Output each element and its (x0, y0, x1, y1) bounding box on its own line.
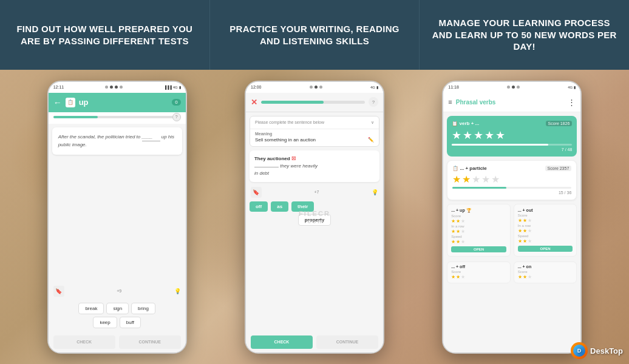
phone1-bottom-buttons: CHECK CONTINUE (49, 332, 186, 352)
phone1-progress-fill (53, 116, 98, 118)
phone2-status-icons: 4G ▮ (370, 85, 378, 89)
chip-their[interactable]: their (291, 201, 314, 212)
mini-stars-on: ★ ★ ★ (518, 274, 573, 280)
battery-icon3: ▮ (574, 85, 576, 89)
card-verb-fill (452, 144, 548, 146)
card-particle-title: 📋 ... + particle (452, 166, 486, 171)
more-options-icon[interactable]: ⋮ (568, 98, 576, 107)
card-particle-header: 📋 ... + particle Score 2357 (452, 166, 571, 171)
continue-button-1[interactable]: CONTINUE (119, 335, 181, 349)
word-chip-sign[interactable]: sign (106, 303, 129, 314)
phone1-action-row: 🔖 +9 💡 (49, 283, 186, 299)
continue-button-2[interactable]: CONTINUE (316, 335, 378, 349)
ms3: ★ (461, 218, 465, 224)
star4: ★ (484, 129, 494, 142)
calendar-icon: 📋 (66, 98, 75, 107)
phone2-dropdown-body: Meaning Sell something in an auction ✏️ (250, 129, 379, 146)
osp2: ★ (523, 238, 527, 244)
header-banner: FIND OUT HOW WELL PREPARED YOU ARE BY PA… (0, 0, 629, 70)
pstar5: ★ (491, 174, 500, 185)
phone2-progress-track (261, 101, 365, 104)
phone2-dropdown-card: Please complete the sentence below ∨ Mea… (250, 116, 379, 147)
phone1-status-icons: ▐▐▐ 4G ▮ (164, 85, 181, 89)
help-button-2[interactable]: ? (369, 97, 378, 107)
bulb-icon[interactable]: 💡 (174, 288, 181, 294)
mini-card-up: ... + up 🏆 Score ★ ★ ★ In a row ★ ★ ★ (447, 204, 511, 257)
phone-1: 12:11 ▐▐▐ 4G ▮ ← 📋 up 0 (47, 81, 187, 354)
pstar1: ★ (452, 174, 461, 185)
bulb-icon-2[interactable]: 💡 (372, 189, 378, 195)
dot3 (319, 86, 322, 89)
mr1: ★ (451, 229, 455, 234)
phone3-nav-dots (507, 86, 520, 89)
blank-line-2 (254, 167, 279, 167)
on1: ★ (518, 274, 522, 280)
inrow-label-up: In a row (451, 224, 506, 228)
meaning-value: Sell something in an auction ✏️ (255, 136, 374, 144)
dot1 (105, 86, 108, 89)
hamburger-icon[interactable]: ≡ (448, 98, 452, 106)
chip-property[interactable]: property (298, 214, 331, 226)
msp1: ★ (451, 239, 455, 244)
mini-card-out-title: ... + out (518, 208, 573, 212)
word-chip-buff[interactable]: buff (120, 317, 141, 328)
spacer2 (246, 228, 383, 332)
close-icon[interactable]: ✕ (251, 98, 257, 107)
header-text-3: MANAGE YOUR LEARNING PROCESS AND LEARN U… (432, 17, 617, 53)
score-label-out: Score (518, 214, 573, 217)
mini-card-out: ... + out Score ★ ★ ★ In a row ★ ★ ★ (514, 204, 577, 257)
chip-off[interactable]: off (250, 201, 268, 212)
header-panel-1: FIND OUT HOW WELL PREPARED YOU ARE BY PA… (0, 0, 210, 70)
check-button-1[interactable]: CHECK (53, 335, 115, 349)
star3: ★ (474, 129, 483, 142)
header-text-2: PRACTICE YOUR WRITING, READING AND LISTE… (222, 23, 407, 47)
bookmark-icon[interactable]: 🔖 (53, 286, 64, 297)
phone1-question-card: After the scandal, the politician tried … (52, 127, 182, 155)
mini-stars-row-out: ★ ★ ★ (518, 228, 573, 234)
phone1-question-text: After the scandal, the politician tried … (58, 134, 174, 147)
edit-icon[interactable]: ✏️ (368, 137, 374, 143)
phone-3: 11:18 4G ▮ ≡ Phrasal verbs ⋮ (442, 81, 582, 354)
phone3-mini-cards-row2: ... + off Score ★ ★ ★ ... + on Score ★ (443, 261, 580, 283)
phone3-card-verb: 📋 verb + ... Score 1826 ★ ★ ★ ★ ★ (447, 116, 577, 157)
sentence-italic-1: they were heavily (280, 163, 318, 169)
phone2-coins: +7 (314, 190, 319, 194)
mini-stars-row-up: ★ ★ ★ (451, 229, 506, 234)
card-particle-score: Score 2357 (545, 166, 572, 171)
bookmark-icon-2[interactable]: 🔖 (251, 187, 262, 198)
sentence-italic-2: in debt (254, 170, 269, 176)
star5: ★ (495, 129, 505, 142)
word-row-2: keep buff (53, 317, 181, 328)
check-button-2[interactable]: CHECK (251, 335, 313, 349)
back-arrow-icon[interactable]: ← (53, 98, 62, 107)
mini-card-off-title: ... + off (451, 265, 506, 269)
score-label-on: Score (518, 270, 573, 274)
dot1 (507, 86, 510, 89)
pstar2: ★ (462, 174, 471, 185)
pstar4: ★ (481, 174, 490, 185)
phone1-toolbar: ← 📋 up 0 (49, 93, 186, 112)
chevron-down-icon[interactable]: ∨ (371, 120, 374, 125)
mini-card-on-title: ... + on (518, 265, 573, 269)
card-verb-stars: ★ ★ ★ ★ ★ (452, 129, 572, 142)
phone3-toolbar-title: Phrasal verbs (456, 99, 565, 106)
chip-as[interactable]: as (271, 201, 288, 212)
word-chip-keep[interactable]: keep (93, 317, 117, 328)
word-chip-bring[interactable]: bring (131, 303, 155, 314)
ms1: ★ (451, 218, 455, 224)
star2: ★ (463, 129, 472, 142)
mini-card-up-title: ... + up 🏆 (451, 208, 506, 213)
mini-stars-score-up: ★ ★ ★ (451, 218, 506, 224)
mini-stars-speed-up: ★ ★ ★ (451, 239, 506, 244)
header-panel-3: MANAGE YOUR LEARNING PROCESS AND LEARN U… (420, 0, 629, 70)
help-button-1[interactable]: ? (172, 113, 181, 121)
open-btn-up[interactable]: OPEN (451, 246, 506, 252)
phone3-mini-cards-row1: ... + up 🏆 Score ★ ★ ★ In a row ★ ★ ★ (443, 204, 580, 259)
mini-stars-off: ★ ★ ★ (451, 274, 506, 280)
card-verb-fraction: 7 / 48 (452, 147, 572, 152)
off3: ★ (461, 274, 465, 280)
word-row-1: break sign bring (53, 303, 181, 314)
open-btn-out[interactable]: OPEN (518, 246, 573, 252)
or1: ★ (518, 228, 522, 234)
word-chip-break[interactable]: break (78, 303, 104, 314)
